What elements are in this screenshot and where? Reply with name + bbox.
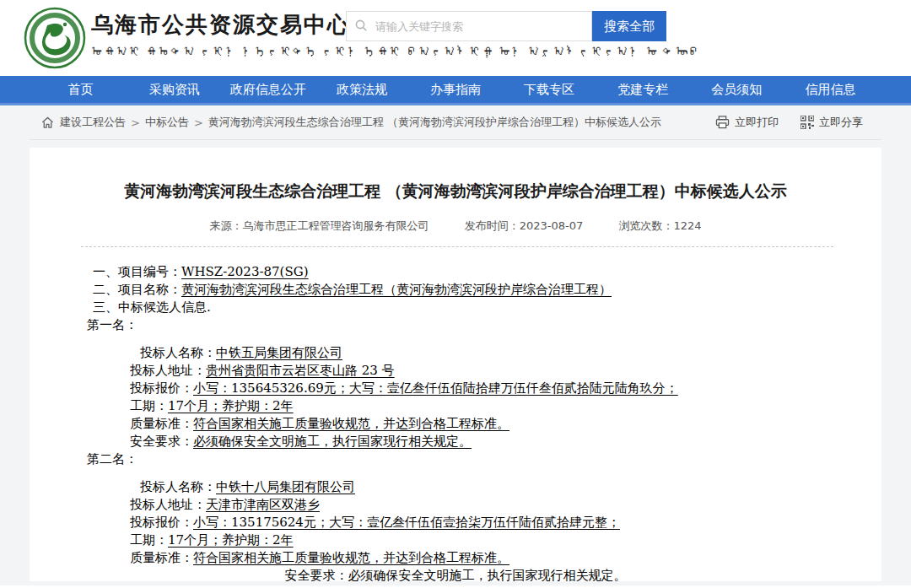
breadcrumb-divider bbox=[30, 139, 881, 140]
line-label: 第一名： bbox=[87, 317, 137, 332]
article-card: 黄河海勃湾滨河段生态综合治理工程 （黄河海勃湾滨河段护岸综合治理工程）中标候选人… bbox=[30, 148, 881, 581]
article-line: 投标人地址：贵州省贵阳市云岩区枣山路 23 号 bbox=[30, 362, 881, 380]
nav-item[interactable]: 采购资讯 bbox=[127, 76, 221, 103]
line-value: 符合国家相关施工质量验收规范，并达到合格工程标准。 bbox=[193, 550, 509, 565]
line-value: 黄河海勃湾滨河段生态综合治理工程（黄河海勃湾滨河段护岸综合治理工程） bbox=[181, 282, 612, 297]
line-value: 中铁十八局集团有限公司 bbox=[216, 479, 355, 494]
line-label: 投标人地址： bbox=[130, 497, 206, 512]
line-label: 二、项目名称： bbox=[93, 282, 181, 297]
breadcrumb-item[interactable]: 建设工程公告 bbox=[60, 115, 126, 130]
nav-item[interactable]: 下载专区 bbox=[503, 76, 596, 103]
home-icon[interactable] bbox=[41, 116, 54, 129]
line-value: 小写：135645326.69元；大写：壹亿叁仟伍佰陆拾肆万伍仟叁佰贰拾陆元陆角… bbox=[193, 380, 678, 396]
nav-item[interactable]: 首页 bbox=[34, 76, 127, 103]
line-label: 质量标准： bbox=[130, 550, 193, 565]
line-value: 符合国家相关施工质量验收规范，并达到合格工程标准。 bbox=[193, 416, 509, 431]
search-all-button[interactable]: 搜索全部 bbox=[592, 11, 666, 41]
article-line: 投标报价：小写：135175624元；大写：壹亿叁仟伍佰壹拾柒万伍仟陆佰贰拾肆元… bbox=[30, 514, 881, 531]
article-line: 工期：17个月；养护期：2年 bbox=[30, 531, 881, 549]
breadcrumb-item[interactable]: 中标公告 bbox=[145, 115, 189, 130]
breadcrumb-separator: > bbox=[131, 116, 140, 129]
line-label: 投标人名称： bbox=[140, 479, 216, 494]
line-value: 小写：135175624元；大写：壹亿叁仟伍佰壹拾柒万伍仟陆佰贰拾肆元整； bbox=[193, 515, 620, 530]
qr-code-icon bbox=[800, 116, 814, 129]
article-line: 二、项目名称：黄河海勃湾滨河段生态综合治理工程（黄河海勃湾滨河段护岸综合治理工程… bbox=[30, 281, 881, 299]
meta-divider bbox=[81, 246, 833, 247]
line-label: 质量标准： bbox=[130, 416, 193, 431]
printer-icon bbox=[715, 116, 730, 129]
article-title: 黄河海勃湾滨河段生态综合治理工程 （黄河海勃湾滨河段护岸综合治理工程）中标候选人… bbox=[30, 180, 881, 202]
article-line: 安全要求：必须确保安全文明施工，执行国家现行相关规定。 bbox=[30, 433, 881, 450]
article-view-count: 浏览次数：1224 bbox=[618, 219, 701, 232]
article-body: 一、项目编号：WHSZ-2023-87(SG) 二、项目名称：黄河海勃湾滨河段生… bbox=[30, 263, 881, 581]
article-line: 投标人地址：天津市津南区双港乡 bbox=[30, 496, 881, 514]
line-value: WHSZ-2023-87(SG) bbox=[181, 264, 309, 279]
article-line: 工期：17个月；养护期：2年 bbox=[30, 397, 881, 415]
line-label: 投标报价： bbox=[130, 515, 193, 530]
breadcrumb-separator: > bbox=[194, 116, 203, 129]
article-line: 投标报价：小写：135645326.69元；大写：壹亿叁仟伍佰陆拾肆万伍仟叁佰贰… bbox=[30, 380, 881, 397]
article-source: 来源：乌海市思正工程管理咨询服务有限公司 bbox=[210, 219, 429, 232]
site-subtitle-mongolian: ᠤᠬᠠᠢ ᠬᠣᠲᠠ ᠶᠢᠨ ᠨᠡᠶᠢᠲᠡ ᠶᠢᠨ ᠡᠬᠢ ᠪᠠᠶᠠᠯᠢᠭ ᠤᠨ … bbox=[91, 44, 701, 59]
search-input[interactable] bbox=[346, 11, 592, 41]
line-value: 17个月；养护期：2年 bbox=[168, 532, 294, 548]
line-value: 必须确保安全文明施工，执行国家现行相关规定。 bbox=[348, 568, 627, 581]
search-icon bbox=[354, 19, 368, 32]
breadcrumb: 建设工程公告 > 中标公告 > 黄河海勃湾滨河段生态综合治理工程 （黄河海勃湾滨… bbox=[60, 115, 666, 130]
print-button[interactable]: 立即打印 bbox=[715, 115, 779, 130]
nav-item[interactable]: 会员须知 bbox=[690, 76, 784, 103]
nav-item[interactable]: 政策法规 bbox=[315, 76, 408, 103]
line-label: 工期： bbox=[130, 532, 168, 548]
article-meta: 来源：乌海市思正工程管理咨询服务有限公司 发布时间：2023-08-07 浏览次… bbox=[30, 218, 881, 234]
article-line: 投标人名称：中铁五局集团有限公司 bbox=[30, 344, 881, 362]
nav-item[interactable]: 政府信息公开 bbox=[221, 76, 315, 103]
article-line: 第二名： bbox=[30, 450, 881, 468]
breadcrumb-item[interactable]: 黄河海勃湾滨河段生态综合治理工程 （黄河海勃湾滨河段护岸综合治理工程）中标候选人… bbox=[208, 115, 661, 130]
site-logo-icon bbox=[24, 7, 86, 69]
nav-item[interactable]: 办事指南 bbox=[408, 76, 502, 103]
article-line: 安全要求：必须确保安全文明施工，执行国家现行相关规定。 bbox=[30, 567, 881, 581]
search-area: 搜索全部 bbox=[346, 11, 666, 41]
article-publish-time: 发布时间：2023-08-07 bbox=[465, 219, 584, 232]
line-label: 三、中标候选人信息. bbox=[93, 299, 211, 315]
line-label: 投标报价： bbox=[130, 380, 193, 396]
article-line: 第一名： bbox=[30, 316, 881, 334]
page-body: 建设工程公告 > 中标公告 > 黄河海勃湾滨河段生态综合治理工程 （黄河海勃湾滨… bbox=[0, 105, 911, 585]
nav-item[interactable]: 信用信息 bbox=[784, 76, 877, 103]
share-button[interactable]: 立即分享 bbox=[800, 115, 863, 130]
print-label: 立即打印 bbox=[735, 115, 779, 130]
line-label: 安全要求： bbox=[285, 568, 348, 581]
article-line: 一、项目编号：WHSZ-2023-87(SG) bbox=[30, 263, 881, 281]
line-value: 17个月；养护期：2年 bbox=[168, 398, 294, 413]
line-label: 安全要求： bbox=[130, 434, 193, 449]
line-label: 投标人名称： bbox=[140, 345, 216, 360]
line-label: 一、项目编号： bbox=[93, 264, 181, 279]
site-header: 乌海市公共资源交易中心 ᠤᠬᠠᠢ ᠬᠣᠲᠠ ᠶᠢᠨ ᠨᠡᠶᠢᠲᠡ ᠶᠢᠨ ᠡᠬᠢ… bbox=[0, 0, 911, 76]
article-line: 三、中标候选人信息. bbox=[30, 299, 881, 316]
nav-item[interactable]: 党建专栏 bbox=[596, 76, 690, 103]
line-value: 必须确保安全文明施工，执行国家现行相关规定。 bbox=[193, 434, 472, 449]
line-value: 贵州省贵阳市云岩区枣山路 23 号 bbox=[206, 363, 395, 378]
main-nav: 首页 采购资讯 政府信息公开 政策法规 办事指南 下载专区 党建专栏 会员须知 … bbox=[0, 76, 911, 105]
line-label: 工期： bbox=[130, 398, 168, 413]
article-line: 投标人名称：中铁十八局集团有限公司 bbox=[30, 478, 881, 496]
line-label: 第二名： bbox=[87, 451, 137, 467]
article-line: 质量标准：符合国家相关施工质量验收规范，并达到合格工程标准。 bbox=[30, 549, 881, 567]
line-label: 投标人地址： bbox=[130, 363, 206, 378]
article-line: 质量标准：符合国家相关施工质量验收规范，并达到合格工程标准。 bbox=[30, 415, 881, 433]
line-value: 中铁五局集团有限公司 bbox=[216, 345, 342, 360]
share-label: 立即分享 bbox=[819, 115, 863, 130]
line-value: 天津市津南区双港乡 bbox=[206, 497, 320, 512]
breadcrumb-bar: 建设工程公告 > 中标公告 > 黄河海勃湾滨河段生态综合治理工程 （黄河海勃湾滨… bbox=[30, 105, 881, 139]
